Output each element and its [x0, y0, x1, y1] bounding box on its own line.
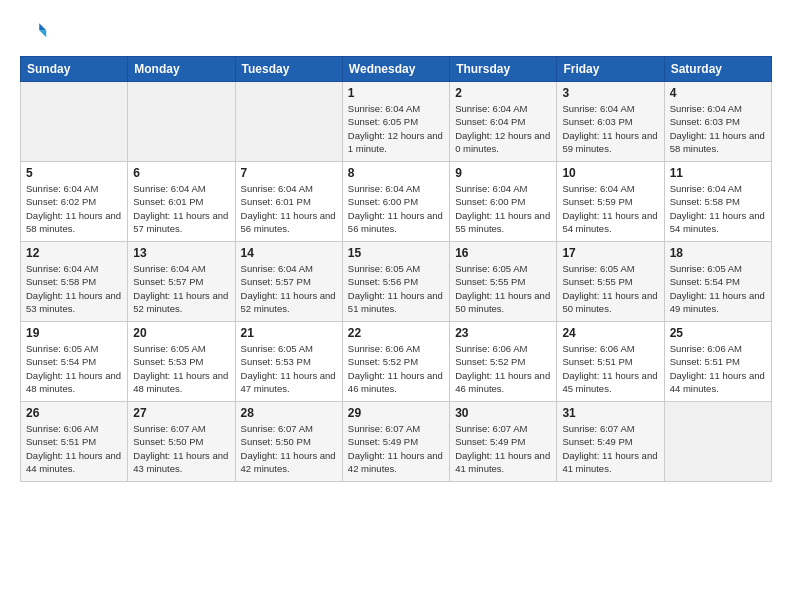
day-number: 3 — [562, 86, 658, 100]
day-number: 25 — [670, 326, 766, 340]
day-number: 10 — [562, 166, 658, 180]
calendar-cell: 9Sunrise: 6:04 AMSunset: 6:00 PMDaylight… — [450, 162, 557, 242]
svg-marker-0 — [39, 23, 46, 30]
day-info: Sunrise: 6:04 AMSunset: 5:57 PMDaylight:… — [133, 262, 229, 315]
day-number: 6 — [133, 166, 229, 180]
calendar-cell: 27Sunrise: 6:07 AMSunset: 5:50 PMDayligh… — [128, 402, 235, 482]
day-info: Sunrise: 6:07 AMSunset: 5:49 PMDaylight:… — [348, 422, 444, 475]
calendar-cell — [128, 82, 235, 162]
day-info: Sunrise: 6:07 AMSunset: 5:50 PMDaylight:… — [241, 422, 337, 475]
day-number: 16 — [455, 246, 551, 260]
day-number: 29 — [348, 406, 444, 420]
day-info: Sunrise: 6:07 AMSunset: 5:49 PMDaylight:… — [455, 422, 551, 475]
calendar-cell: 22Sunrise: 6:06 AMSunset: 5:52 PMDayligh… — [342, 322, 449, 402]
calendar-cell: 2Sunrise: 6:04 AMSunset: 6:04 PMDaylight… — [450, 82, 557, 162]
calendar-cell: 16Sunrise: 6:05 AMSunset: 5:55 PMDayligh… — [450, 242, 557, 322]
calendar-cell: 26Sunrise: 6:06 AMSunset: 5:51 PMDayligh… — [21, 402, 128, 482]
weekday-sunday: Sunday — [21, 57, 128, 82]
calendar-cell: 30Sunrise: 6:07 AMSunset: 5:49 PMDayligh… — [450, 402, 557, 482]
logo-icon — [20, 18, 48, 46]
day-info: Sunrise: 6:04 AMSunset: 6:01 PMDaylight:… — [241, 182, 337, 235]
day-info: Sunrise: 6:04 AMSunset: 6:03 PMDaylight:… — [562, 102, 658, 155]
calendar-cell — [664, 402, 771, 482]
calendar-cell: 17Sunrise: 6:05 AMSunset: 5:55 PMDayligh… — [557, 242, 664, 322]
day-info: Sunrise: 6:06 AMSunset: 5:51 PMDaylight:… — [670, 342, 766, 395]
calendar-table: SundayMondayTuesdayWednesdayThursdayFrid… — [20, 56, 772, 482]
day-info: Sunrise: 6:05 AMSunset: 5:54 PMDaylight:… — [670, 262, 766, 315]
day-number: 8 — [348, 166, 444, 180]
day-info: Sunrise: 6:04 AMSunset: 6:00 PMDaylight:… — [455, 182, 551, 235]
day-number: 5 — [26, 166, 122, 180]
day-number: 9 — [455, 166, 551, 180]
day-number: 23 — [455, 326, 551, 340]
day-number: 24 — [562, 326, 658, 340]
calendar-cell: 21Sunrise: 6:05 AMSunset: 5:53 PMDayligh… — [235, 322, 342, 402]
calendar-cell: 1Sunrise: 6:04 AMSunset: 6:05 PMDaylight… — [342, 82, 449, 162]
day-number: 17 — [562, 246, 658, 260]
day-number: 28 — [241, 406, 337, 420]
day-info: Sunrise: 6:05 AMSunset: 5:53 PMDaylight:… — [241, 342, 337, 395]
calendar-cell: 13Sunrise: 6:04 AMSunset: 5:57 PMDayligh… — [128, 242, 235, 322]
day-info: Sunrise: 6:06 AMSunset: 5:52 PMDaylight:… — [348, 342, 444, 395]
day-info: Sunrise: 6:07 AMSunset: 5:50 PMDaylight:… — [133, 422, 229, 475]
calendar-cell: 29Sunrise: 6:07 AMSunset: 5:49 PMDayligh… — [342, 402, 449, 482]
day-number: 20 — [133, 326, 229, 340]
calendar-cell: 10Sunrise: 6:04 AMSunset: 5:59 PMDayligh… — [557, 162, 664, 242]
day-info: Sunrise: 6:04 AMSunset: 6:00 PMDaylight:… — [348, 182, 444, 235]
header — [20, 18, 772, 46]
day-number: 2 — [455, 86, 551, 100]
calendar-cell: 3Sunrise: 6:04 AMSunset: 6:03 PMDaylight… — [557, 82, 664, 162]
day-info: Sunrise: 6:06 AMSunset: 5:52 PMDaylight:… — [455, 342, 551, 395]
svg-marker-1 — [39, 30, 46, 37]
day-number: 1 — [348, 86, 444, 100]
day-number: 31 — [562, 406, 658, 420]
day-info: Sunrise: 6:04 AMSunset: 5:57 PMDaylight:… — [241, 262, 337, 315]
day-number: 27 — [133, 406, 229, 420]
calendar-cell: 12Sunrise: 6:04 AMSunset: 5:58 PMDayligh… — [21, 242, 128, 322]
calendar-cell: 28Sunrise: 6:07 AMSunset: 5:50 PMDayligh… — [235, 402, 342, 482]
weekday-saturday: Saturday — [664, 57, 771, 82]
weekday-tuesday: Tuesday — [235, 57, 342, 82]
day-info: Sunrise: 6:06 AMSunset: 5:51 PMDaylight:… — [26, 422, 122, 475]
day-info: Sunrise: 6:05 AMSunset: 5:55 PMDaylight:… — [455, 262, 551, 315]
page: SundayMondayTuesdayWednesdayThursdayFrid… — [0, 0, 792, 612]
day-number: 30 — [455, 406, 551, 420]
day-number: 26 — [26, 406, 122, 420]
logo — [20, 18, 52, 46]
day-info: Sunrise: 6:04 AMSunset: 6:01 PMDaylight:… — [133, 182, 229, 235]
calendar-cell: 14Sunrise: 6:04 AMSunset: 5:57 PMDayligh… — [235, 242, 342, 322]
day-info: Sunrise: 6:05 AMSunset: 5:55 PMDaylight:… — [562, 262, 658, 315]
calendar-cell: 25Sunrise: 6:06 AMSunset: 5:51 PMDayligh… — [664, 322, 771, 402]
calendar-cell: 20Sunrise: 6:05 AMSunset: 5:53 PMDayligh… — [128, 322, 235, 402]
day-number: 7 — [241, 166, 337, 180]
calendar-header: SundayMondayTuesdayWednesdayThursdayFrid… — [21, 57, 772, 82]
weekday-monday: Monday — [128, 57, 235, 82]
day-info: Sunrise: 6:05 AMSunset: 5:56 PMDaylight:… — [348, 262, 444, 315]
calendar-cell: 8Sunrise: 6:04 AMSunset: 6:00 PMDaylight… — [342, 162, 449, 242]
day-info: Sunrise: 6:04 AMSunset: 6:03 PMDaylight:… — [670, 102, 766, 155]
calendar-cell — [235, 82, 342, 162]
day-info: Sunrise: 6:04 AMSunset: 6:02 PMDaylight:… — [26, 182, 122, 235]
calendar-cell — [21, 82, 128, 162]
day-number: 13 — [133, 246, 229, 260]
day-number: 22 — [348, 326, 444, 340]
day-number: 19 — [26, 326, 122, 340]
calendar-body: 1Sunrise: 6:04 AMSunset: 6:05 PMDaylight… — [21, 82, 772, 482]
day-number: 4 — [670, 86, 766, 100]
weekday-friday: Friday — [557, 57, 664, 82]
day-info: Sunrise: 6:05 AMSunset: 5:53 PMDaylight:… — [133, 342, 229, 395]
calendar-cell: 4Sunrise: 6:04 AMSunset: 6:03 PMDaylight… — [664, 82, 771, 162]
day-number: 14 — [241, 246, 337, 260]
calendar-cell: 19Sunrise: 6:05 AMSunset: 5:54 PMDayligh… — [21, 322, 128, 402]
day-info: Sunrise: 6:05 AMSunset: 5:54 PMDaylight:… — [26, 342, 122, 395]
day-number: 15 — [348, 246, 444, 260]
day-info: Sunrise: 6:04 AMSunset: 5:58 PMDaylight:… — [670, 182, 766, 235]
day-number: 18 — [670, 246, 766, 260]
calendar-cell: 23Sunrise: 6:06 AMSunset: 5:52 PMDayligh… — [450, 322, 557, 402]
calendar-cell: 31Sunrise: 6:07 AMSunset: 5:49 PMDayligh… — [557, 402, 664, 482]
calendar-cell: 24Sunrise: 6:06 AMSunset: 5:51 PMDayligh… — [557, 322, 664, 402]
day-info: Sunrise: 6:07 AMSunset: 5:49 PMDaylight:… — [562, 422, 658, 475]
calendar-cell: 11Sunrise: 6:04 AMSunset: 5:58 PMDayligh… — [664, 162, 771, 242]
day-info: Sunrise: 6:04 AMSunset: 6:04 PMDaylight:… — [455, 102, 551, 155]
day-info: Sunrise: 6:04 AMSunset: 5:58 PMDaylight:… — [26, 262, 122, 315]
